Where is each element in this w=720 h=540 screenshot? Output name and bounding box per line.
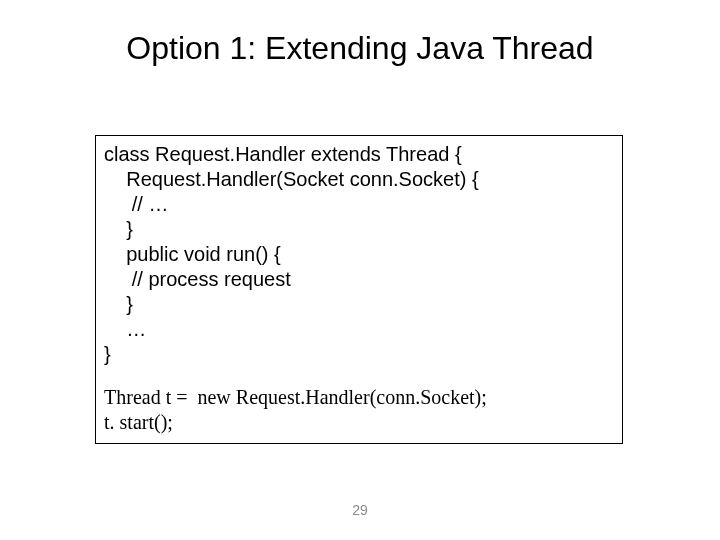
code-box: class Request.Handler extends Thread { R… (95, 135, 623, 444)
page-number: 29 (0, 502, 720, 518)
code-block-usage: Thread t = new Request.Handler(conn.Sock… (104, 385, 614, 435)
code-block-class-definition: class Request.Handler extends Thread { R… (104, 142, 614, 367)
slide: Option 1: Extending Java Thread class Re… (0, 0, 720, 540)
page-title: Option 1: Extending Java Thread (0, 30, 720, 67)
